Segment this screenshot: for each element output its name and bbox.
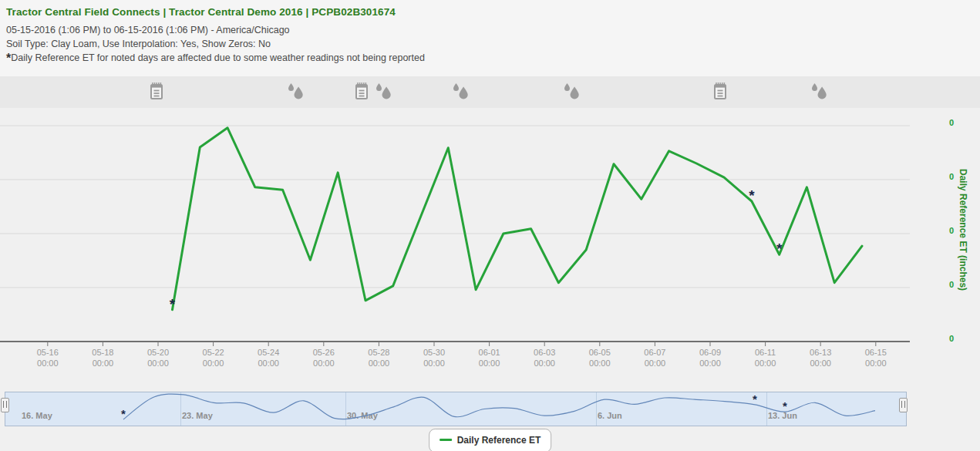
report-settings: Soil Type: Clay Loam, Use Interpolation:…	[6, 39, 425, 49]
x-axis-label: 06-1300:00	[793, 347, 848, 369]
flagged-day-marker[interactable]: *	[749, 187, 755, 204]
handle-grip-icon	[3, 401, 7, 408]
navigator-right-handle[interactable]	[899, 398, 908, 412]
et-report-page: Tractor Central Field Connects | Tractor…	[0, 0, 980, 451]
legend-label: Daily Reference ET	[457, 435, 541, 446]
precipitation-icon	[810, 82, 829, 102]
x-axis-label: 05-2200:00	[186, 347, 241, 369]
navigator-date-label: 16. May	[22, 411, 52, 420]
footnote-text: Daily Reference ET for noted days are af…	[11, 52, 425, 63]
navigator-date-label: 23. May	[182, 411, 213, 420]
navigator-date-label: 30. May	[347, 411, 378, 420]
precipitation-icon[interactable]	[287, 82, 305, 102]
notes-icon[interactable]	[147, 82, 166, 102]
et-series-line[interactable]	[173, 128, 863, 310]
y-axis-title: Daily Reference ET (inches)	[958, 116, 968, 344]
navigator-date-label: 6. Jun	[598, 411, 622, 420]
precipitation-icon	[287, 82, 305, 102]
flagged-day-marker[interactable]: *	[170, 296, 176, 312]
x-axis-label: 05-2000:00	[130, 347, 186, 369]
report-date-range: 05-15-2016 (1:06 PM) to 06-15-2016 (1:06…	[6, 25, 425, 35]
navigator-gridline	[596, 392, 597, 426]
report-header: Tractor Central Field Connects | Tractor…	[6, 6, 425, 63]
navigator-left-handle[interactable]	[1, 398, 9, 412]
legend[interactable]: Daily Reference ET	[429, 429, 552, 451]
navigator-gridline	[180, 392, 181, 426]
x-axis-label: 05-2600:00	[296, 347, 352, 369]
x-axis-label: 06-1100:00	[738, 347, 793, 369]
x-axis-label: 05-1600:00	[20, 347, 76, 369]
legend-line-swatch	[439, 439, 452, 441]
x-axis-label: 06-0700:00	[627, 347, 682, 369]
precipitation-icon	[375, 82, 393, 102]
navigator-gridline	[345, 392, 346, 426]
navigator-date-label: 13. Jun	[768, 411, 797, 420]
x-axis-label: 05-2800:00	[351, 347, 406, 369]
notes-icon[interactable]	[711, 82, 729, 102]
precipitation-icon[interactable]	[810, 82, 829, 102]
handle-grip-icon	[901, 401, 905, 408]
notes-icon	[711, 82, 729, 102]
precipitation-icon[interactable]	[563, 82, 581, 102]
page-title: Tractor Central Field Connects | Tractor…	[6, 6, 425, 18]
notes-icon	[352, 82, 371, 102]
x-axis-label: 06-0300:00	[517, 347, 572, 369]
x-axis-label: 05-3000:00	[406, 347, 462, 369]
precipitation-icon[interactable]	[375, 82, 393, 102]
x-axis-label: 06-1500:00	[848, 347, 904, 369]
navigator[interactable]	[5, 392, 907, 426]
precipitation-icon	[452, 82, 470, 102]
x-axis-label: 05-1800:00	[75, 347, 130, 369]
notes-icon[interactable]	[352, 82, 371, 102]
x-axis-label: 06-0100:00	[462, 347, 517, 369]
navigator-gridline	[766, 392, 767, 426]
notes-icon	[147, 82, 166, 102]
precipitation-icon	[563, 82, 581, 102]
x-axis-label: 06-0900:00	[682, 347, 738, 369]
report-footnote: *Daily Reference ET for noted days are a…	[6, 52, 425, 63]
flagged-day-marker[interactable]: *	[776, 241, 783, 257]
x-axis-label: 05-2400:00	[241, 347, 296, 369]
precipitation-icon[interactable]	[452, 82, 470, 102]
x-axis-label: 06-0500:00	[572, 347, 628, 369]
